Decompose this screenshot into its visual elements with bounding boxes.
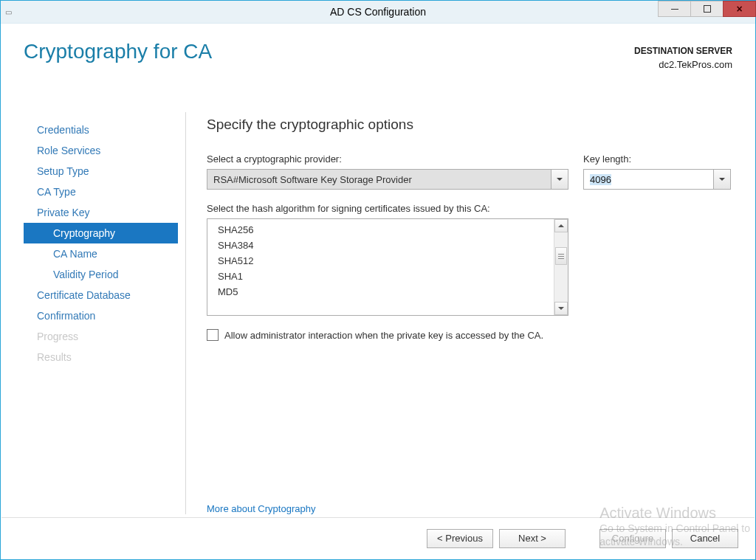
nav-item-results: Results	[24, 347, 178, 367]
scrollbar[interactable]	[554, 219, 568, 315]
nav-item-confirmation[interactable]: Confirmation	[24, 305, 178, 326]
window-controls: ×	[658, 1, 755, 23]
scroll-down-button[interactable]	[554, 302, 568, 315]
nav-item-role-services[interactable]: Role Services	[24, 140, 178, 161]
content: CredentialsRole ServicesSetup TypeCA Typ…	[24, 112, 740, 514]
hash-option-sha384[interactable]: SHA384	[207, 238, 554, 253]
admin-interaction-row: Allow administrator interaction when the…	[207, 329, 740, 341]
chevron-down-icon	[551, 170, 568, 189]
wizard-sidebar: CredentialsRole ServicesSetup TypeCA Typ…	[24, 112, 186, 514]
provider-dropdown[interactable]: RSA#Microsoft Software Key Storage Provi…	[207, 169, 568, 190]
close-button[interactable]: ×	[723, 1, 756, 17]
hash-items: SHA256SHA384SHA512SHA1MD5	[207, 219, 554, 315]
configure-button[interactable]: Configure	[599, 529, 666, 548]
nav-item-validity-period[interactable]: Validity Period	[24, 264, 178, 285]
keylength-field: Key length: 4096	[583, 153, 731, 190]
nav-item-private-key[interactable]: Private Key	[24, 202, 178, 223]
section-title: Specify the cryptographic options	[207, 117, 740, 133]
nav-item-progress: Progress	[24, 326, 178, 347]
keylength-value: 4096	[584, 170, 713, 189]
window-title: AD CS Configuration	[1, 6, 755, 18]
nav-item-credentials[interactable]: Credentials	[24, 120, 178, 140]
destination-server: DESTINATION SERVER dc2.TekPros.com	[634, 40, 732, 70]
window: ▭ AD CS Configuration × Cryptography for…	[0, 0, 756, 560]
system-icon: ▭	[1, 8, 16, 16]
nav-item-setup-type[interactable]: Setup Type	[24, 161, 178, 182]
page-title: Cryptography for CA	[24, 40, 212, 63]
previous-button[interactable]: < Previous	[427, 529, 493, 548]
keylength-label: Key length:	[583, 153, 731, 165]
scroll-track[interactable]	[554, 232, 568, 302]
provider-row: Select a cryptographic provider: RSA#Mic…	[207, 153, 740, 190]
nav-item-ca-type[interactable]: CA Type	[24, 182, 178, 202]
provider-field: Select a cryptographic provider: RSA#Mic…	[207, 153, 568, 190]
hash-option-sha512[interactable]: SHA512	[207, 253, 554, 269]
next-button[interactable]: Next >	[499, 529, 566, 548]
hash-option-sha1[interactable]: SHA1	[207, 269, 554, 284]
header: Cryptography for CA DESTINATION SERVER d…	[1, 24, 755, 90]
provider-value: RSA#Microsoft Software Key Storage Provi…	[207, 170, 551, 189]
hash-option-md5[interactable]: MD5	[207, 284, 554, 300]
destination-value: dc2.TekPros.com	[634, 56, 732, 70]
chevron-down-icon	[713, 170, 730, 189]
keylength-dropdown[interactable]: 4096	[583, 169, 731, 190]
destination-label: DESTINATION SERVER	[634, 46, 732, 56]
cancel-button[interactable]: Cancel	[672, 529, 738, 548]
main-panel: Specify the cryptographic options Select…	[186, 112, 740, 514]
window-body: Cryptography for CA DESTINATION SERVER d…	[1, 24, 755, 559]
titlebar: ▭ AD CS Configuration ×	[1, 1, 755, 24]
hash-field: Select the hash algorithm for signing ce…	[207, 203, 568, 316]
hash-option-sha256[interactable]: SHA256	[207, 222, 554, 238]
more-about-link[interactable]: More about Cryptography	[207, 503, 315, 514]
wizard-footer: < Previous Next > Configure Cancel	[1, 517, 755, 559]
hash-label: Select the hash algorithm for signing ce…	[207, 203, 568, 214]
hash-listbox[interactable]: SHA256SHA384SHA512SHA1MD5	[207, 218, 568, 316]
admin-interaction-label: Allow administrator interaction when the…	[224, 330, 543, 341]
scroll-thumb[interactable]	[555, 247, 567, 265]
scroll-up-button[interactable]	[554, 219, 568, 232]
minimize-button[interactable]	[658, 1, 691, 17]
admin-interaction-checkbox[interactable]	[207, 329, 219, 341]
nav-item-cryptography[interactable]: Cryptography	[24, 223, 178, 243]
nav-item-certificate-database[interactable]: Certificate Database	[24, 285, 178, 305]
nav-item-ca-name[interactable]: CA Name	[24, 243, 178, 264]
provider-label: Select a cryptographic provider:	[207, 153, 568, 165]
maximize-button[interactable]	[690, 1, 724, 17]
